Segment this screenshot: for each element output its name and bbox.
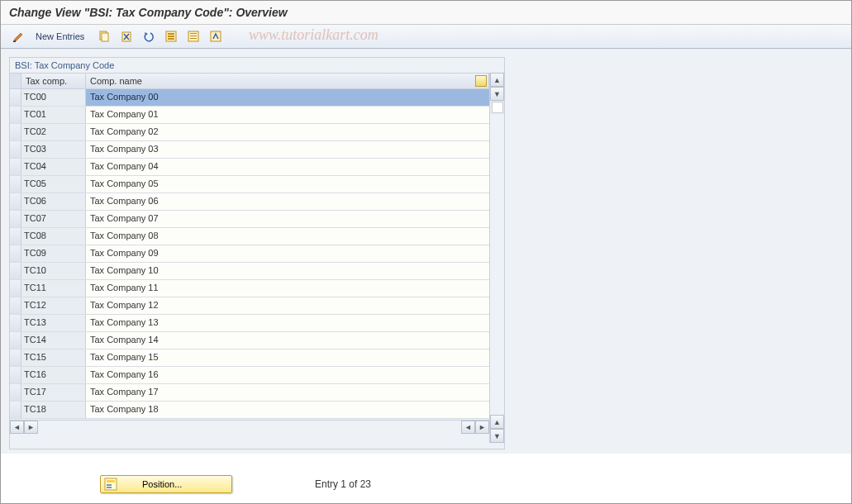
hscroll-track-left[interactable] xyxy=(38,421,428,434)
row-selector[interactable] xyxy=(10,367,21,383)
table-row[interactable]: TC16Tax Company 16 xyxy=(10,367,489,384)
cell-comp-name[interactable]: Tax Company 00 xyxy=(86,89,489,106)
hscroll-left-icon[interactable]: ◄ xyxy=(10,421,24,434)
row-selector[interactable] xyxy=(10,349,21,366)
cell-tax-comp[interactable]: TC06 xyxy=(21,193,86,210)
table-row[interactable]: TC07Tax Company 07 xyxy=(10,211,489,228)
table-row[interactable]: TC18Tax Company 18 xyxy=(10,402,489,419)
cell-tax-comp[interactable]: TC03 xyxy=(21,141,86,158)
table-row[interactable]: TC15Tax Company 15 xyxy=(10,349,489,367)
cell-comp-name[interactable]: Tax Company 05 xyxy=(86,176,489,193)
cell-tax-comp[interactable]: TC17 xyxy=(21,384,86,401)
row-selector[interactable] xyxy=(10,402,21,418)
cell-comp-name[interactable]: Tax Company 16 xyxy=(86,367,489,383)
table-row[interactable]: TC09Tax Company 09 xyxy=(10,245,489,263)
delete-icon[interactable] xyxy=(117,28,136,45)
cell-comp-name[interactable]: Tax Company 03 xyxy=(86,141,489,158)
table-row[interactable]: TC11Tax Company 11 xyxy=(10,280,489,297)
cell-comp-name[interactable]: Tax Company 06 xyxy=(86,193,489,210)
vscroll-down2-icon[interactable]: ▼ xyxy=(490,429,504,443)
select-all-icon[interactable] xyxy=(161,28,181,45)
cell-tax-comp[interactable]: TC12 xyxy=(21,297,86,314)
new-entries-button[interactable]: New Entries xyxy=(31,28,92,45)
vscroll-up2-icon[interactable]: ▲ xyxy=(490,415,504,429)
cell-tax-comp[interactable]: TC09 xyxy=(21,245,86,262)
row-selector[interactable] xyxy=(10,89,21,106)
row-selector[interactable] xyxy=(10,315,21,331)
row-selector[interactable] xyxy=(10,159,21,175)
table-row[interactable]: TC04Tax Company 04 xyxy=(10,159,489,176)
table-row[interactable]: TC17Tax Company 17 xyxy=(10,384,489,402)
cell-tax-comp[interactable]: TC16 xyxy=(21,367,86,383)
table-row[interactable]: TC03Tax Company 03 xyxy=(10,141,489,159)
cell-tax-comp[interactable]: TC01 xyxy=(21,107,86,123)
row-selector[interactable] xyxy=(10,332,21,349)
column-comp-name[interactable]: Comp. name xyxy=(86,74,489,88)
toggle-display-change-icon[interactable] xyxy=(9,28,29,45)
row-selector[interactable] xyxy=(10,245,21,262)
cell-comp-name[interactable]: Tax Company 09 xyxy=(86,245,489,262)
table-row[interactable]: TC06Tax Company 06 xyxy=(10,193,489,211)
cell-comp-name[interactable]: Tax Company 02 xyxy=(86,124,489,140)
cell-tax-comp[interactable]: TC11 xyxy=(21,280,86,297)
row-selector[interactable] xyxy=(10,297,21,314)
cell-comp-name[interactable]: Tax Company 15 xyxy=(86,349,489,366)
row-selector[interactable] xyxy=(10,280,21,297)
vscroll-track[interactable] xyxy=(490,114,504,415)
row-selector[interactable] xyxy=(10,211,21,227)
cell-tax-comp[interactable]: TC04 xyxy=(21,159,86,175)
deselect-all-icon[interactable] xyxy=(183,28,203,45)
row-selector[interactable] xyxy=(10,384,21,401)
cell-tax-comp[interactable]: TC10 xyxy=(21,263,86,279)
copy-as-icon[interactable] xyxy=(94,28,114,45)
row-selector[interactable] xyxy=(10,228,21,245)
hscroll-track-right[interactable] xyxy=(428,421,461,434)
table-row[interactable]: TC12Tax Company 12 xyxy=(10,297,489,315)
print-icon[interactable] xyxy=(206,28,226,45)
cell-tax-comp[interactable]: TC07 xyxy=(21,211,86,227)
cell-comp-name[interactable]: Tax Company 18 xyxy=(86,402,489,418)
cell-tax-comp[interactable]: TC18 xyxy=(21,402,86,418)
cell-comp-name[interactable]: Tax Company 01 xyxy=(86,107,489,123)
cell-tax-comp[interactable]: TC14 xyxy=(21,332,86,349)
row-selector[interactable] xyxy=(10,193,21,210)
cell-tax-comp[interactable]: TC15 xyxy=(21,349,86,366)
cell-comp-name[interactable]: Tax Company 17 xyxy=(86,384,489,401)
row-selector[interactable] xyxy=(10,107,21,123)
cell-tax-comp[interactable]: TC02 xyxy=(21,124,86,140)
table-row[interactable]: TC02Tax Company 02 xyxy=(10,124,489,141)
position-button[interactable]: Position... xyxy=(100,475,232,493)
vscroll-up-icon[interactable]: ▲ xyxy=(490,73,504,87)
column-selector[interactable] xyxy=(10,74,21,88)
vscroll-page-indicator[interactable] xyxy=(492,102,503,113)
table-row[interactable]: TC14Tax Company 14 xyxy=(10,332,489,349)
cell-comp-name[interactable]: Tax Company 12 xyxy=(86,297,489,314)
cell-comp-name[interactable]: Tax Company 08 xyxy=(86,228,489,245)
cell-comp-name[interactable]: Tax Company 04 xyxy=(86,159,489,175)
table-row[interactable]: TC01Tax Company 01 xyxy=(10,107,489,124)
cell-tax-comp[interactable]: TC05 xyxy=(21,176,86,193)
row-selector[interactable] xyxy=(10,124,21,140)
column-tax-comp[interactable]: Tax comp. xyxy=(21,74,86,88)
vscroll-down-icon[interactable]: ▼ xyxy=(490,87,504,101)
cell-comp-name[interactable]: Tax Company 13 xyxy=(86,315,489,331)
cell-comp-name[interactable]: Tax Company 10 xyxy=(86,263,489,279)
hscroll-right-icon[interactable]: ► xyxy=(24,421,38,434)
hscroll-right2-icon[interactable]: ► xyxy=(475,421,489,434)
table-row[interactable]: TC10Tax Company 10 xyxy=(10,263,489,280)
cell-tax-comp[interactable]: TC08 xyxy=(21,228,86,245)
row-selector[interactable] xyxy=(10,263,21,279)
cell-comp-name[interactable]: Tax Company 07 xyxy=(86,211,489,227)
cell-comp-name[interactable]: Tax Company 14 xyxy=(86,332,489,349)
row-selector[interactable] xyxy=(10,176,21,193)
table-row[interactable]: TC08Tax Company 08 xyxy=(10,228,489,245)
table-row[interactable]: TC05Tax Company 05 xyxy=(10,176,489,193)
row-selector[interactable] xyxy=(10,141,21,158)
table-row[interactable]: TC13Tax Company 13 xyxy=(10,315,489,332)
cell-tax-comp[interactable]: TC00 xyxy=(21,89,86,106)
undo-change-icon[interactable] xyxy=(139,28,159,45)
table-settings-icon[interactable] xyxy=(475,75,487,87)
cell-tax-comp[interactable]: TC13 xyxy=(21,315,86,331)
cell-comp-name[interactable]: Tax Company 11 xyxy=(86,280,489,297)
hscroll-left2-icon[interactable]: ◄ xyxy=(461,421,475,434)
